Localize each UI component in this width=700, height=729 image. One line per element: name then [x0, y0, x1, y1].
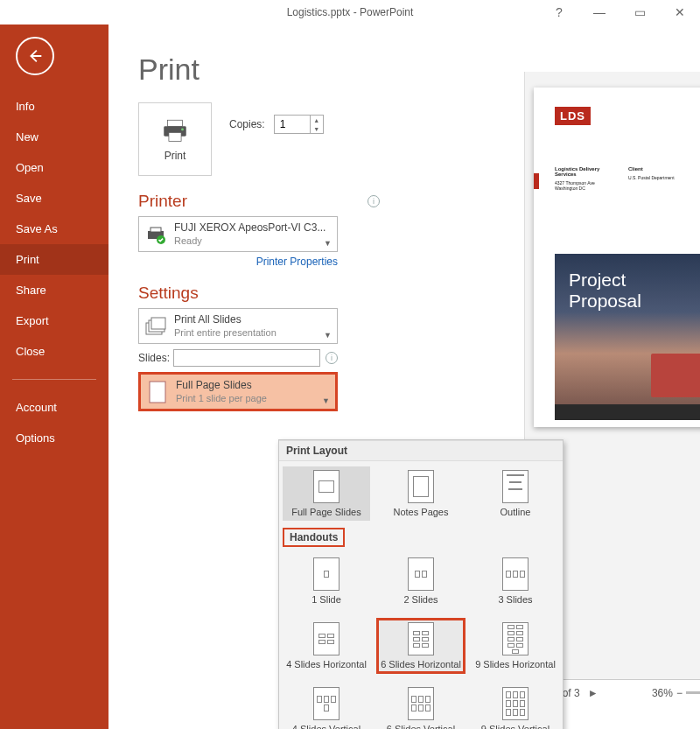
back-arrow-icon	[25, 46, 45, 66]
printer-properties-link[interactable]: Printer Properties	[138, 256, 338, 268]
window-title: Logistics.pptx - PowerPoint	[287, 6, 414, 18]
printer-heading: Printer i	[138, 192, 394, 211]
close-button[interactable]: ✕	[660, 0, 700, 25]
handout-option-1-slide[interactable]: 1 Slide	[283, 554, 370, 608]
handout-option-9-slides-horizontal[interactable]: 9 Slides Horizontal	[472, 619, 559, 673]
svg-point-3	[181, 128, 184, 130]
page-icon	[146, 381, 169, 403]
print-range-sub: Print entire presentation	[174, 326, 332, 340]
handout-option-3-slides[interactable]: 3 Slides	[472, 554, 559, 608]
zoom-slider[interactable]	[686, 691, 700, 694]
copies-up[interactable]: ▲	[311, 116, 323, 124]
preview-page: LDS Logistics Delivery Services4327 Thom…	[534, 88, 700, 427]
copies-down[interactable]: ▼	[311, 124, 323, 133]
slides-stack-icon	[144, 317, 167, 336]
window-controls: ? — ▭ ✕	[539, 0, 700, 25]
settings-heading: Settings	[138, 284, 394, 303]
sidebar-item-new[interactable]: New	[0, 122, 108, 152]
svg-rect-5	[150, 228, 161, 232]
slides-label: Slides:	[138, 352, 170, 364]
page-total: of 3	[563, 687, 580, 699]
handout-option-9-slides-vertical[interactable]: 9 Slides Vertical	[472, 683, 559, 729]
sidebar-item-save-as[interactable]: Save As	[0, 214, 108, 244]
handout-option-4-slides-vertical[interactable]: 4 Slides Vertical	[283, 683, 370, 729]
sidebar-item-save[interactable]: Save	[0, 183, 108, 214]
svg-rect-9	[151, 318, 165, 329]
help-button[interactable]: ?	[539, 0, 579, 25]
group-handouts: Handouts	[283, 528, 345, 547]
zoom-out-button[interactable]: −	[676, 687, 682, 699]
sidebar-item-print[interactable]: Print	[0, 244, 108, 275]
print-button-label: Print	[164, 150, 186, 162]
svg-rect-0	[168, 120, 183, 126]
next-page-button[interactable]: ►	[585, 687, 601, 699]
titlebar: Logistics.pptx - PowerPoint ? — ▭ ✕	[0, 0, 700, 25]
sidebar-item-export[interactable]: Export	[0, 305, 108, 336]
print-range-dropdown[interactable]: Print All Slides Print entire presentati…	[138, 308, 338, 344]
svg-rect-2	[169, 132, 181, 141]
hero-line1: Project	[569, 270, 700, 291]
zoom-value: 36%	[652, 687, 673, 699]
printer-status-icon	[144, 224, 167, 245]
printer-name: FUJI XEROX ApeosPort-VI C3...	[174, 221, 332, 235]
info-icon[interactable]: i	[326, 352, 338, 364]
copies-input[interactable]	[275, 116, 310, 133]
sidebar-item-close[interactable]: Close	[0, 336, 108, 367]
info-icon[interactable]: i	[368, 195, 380, 207]
hero-line2: Proposal	[569, 291, 700, 312]
backstage-sidebar: InfoNewOpenSaveSave AsPrintShareExportCl…	[0, 25, 108, 729]
layout-option-notes-pages[interactable]: Notes Pages	[377, 466, 465, 521]
sidebar-item-share[interactable]: Share	[0, 275, 108, 305]
layout-sub: Print 1 slide per page	[176, 392, 330, 405]
handout-option-4-slides-horizontal[interactable]: 4 Slides Horizontal	[283, 619, 370, 673]
svg-rect-10	[150, 382, 165, 403]
chevron-down-icon: ▼	[324, 331, 332, 340]
layout-option-full-page-slides[interactable]: Full Page Slides	[283, 466, 370, 521]
sidebar-item-info[interactable]: Info	[0, 91, 108, 122]
back-button[interactable]	[16, 37, 54, 75]
layout-dropdown[interactable]: Full Page Slides Print 1 slide per page …	[138, 372, 338, 411]
handout-option-6-slides-horizontal[interactable]: 6 Slides Horizontal	[377, 619, 465, 673]
print-range-title: Print All Slides	[174, 312, 332, 326]
copies-spinner[interactable]: ▲▼	[274, 115, 324, 134]
printer-icon	[160, 116, 190, 146]
printer-status: Ready	[174, 235, 332, 248]
handout-option-6-slides-vertical[interactable]: 6 Slides Vertical	[377, 683, 465, 729]
logo: LDS	[555, 107, 591, 125]
copies-label: Copies:	[229, 118, 265, 130]
printer-dropdown[interactable]: FUJI XEROX ApeosPort-VI C3... Ready ▼	[138, 216, 338, 252]
chevron-down-icon: ▼	[322, 396, 330, 405]
hero-image: Project Proposal	[555, 254, 700, 420]
layout-popup: Print Layout Full Page SlidesNotes Pages…	[278, 439, 564, 729]
sidebar-item-open[interactable]: Open	[0, 152, 108, 183]
slides-input[interactable]	[173, 349, 320, 367]
sidebar-separator	[12, 379, 96, 380]
layout-title: Full Page Slides	[176, 378, 330, 392]
sidebar-item-account[interactable]: Account	[0, 392, 108, 423]
page-title: Print	[138, 53, 394, 87]
layout-option-outline[interactable]: Outline	[472, 466, 559, 521]
print-button[interactable]: Print	[138, 102, 212, 176]
handout-option-2-slides[interactable]: 2 Slides	[377, 554, 465, 608]
group-print-layout: Print Layout	[279, 440, 563, 461]
chevron-down-icon: ▼	[324, 239, 332, 248]
minimize-button[interactable]: —	[579, 0, 620, 25]
restore-button[interactable]: ▭	[620, 0, 660, 25]
sidebar-item-options[interactable]: Options	[0, 423, 108, 453]
